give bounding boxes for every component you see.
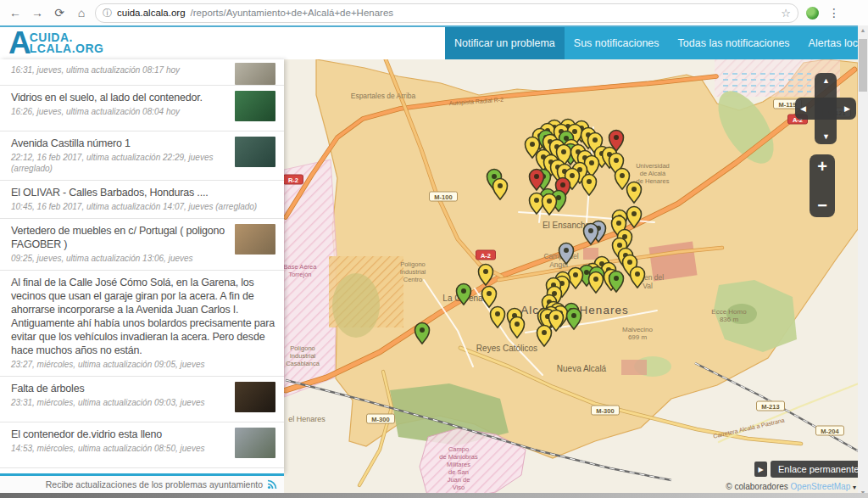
reload-icon[interactable]: ⟳	[51, 4, 68, 21]
scroll-up-icon[interactable]: ▲	[858, 25, 868, 36]
report-item[interactable]: Vertedero de muebles en c/ Portugal ( po…	[0, 219, 284, 271]
map-label: Val	[643, 282, 653, 290]
map-label: de Maniobras	[439, 453, 478, 461]
browser-menu-icon[interactable]: ⋮	[826, 4, 843, 21]
road-shield: R-2	[284, 175, 303, 184]
reports-sidebar: 16:31, jueves, ultima actualización 08:1…	[0, 59, 284, 473]
pan-down-icon[interactable]: ▼	[822, 132, 830, 141]
map-label: Juan de	[448, 476, 470, 484]
map-label: 699 m	[628, 333, 648, 341]
svg-text:R-2: R-2	[288, 176, 298, 184]
scrollbar-thumb[interactable]	[859, 39, 867, 92]
report-item[interactable]: Avenida Castilla número 122:12, 16 feb 2…	[0, 131, 284, 181]
pan-right-icon[interactable]: ▶	[844, 104, 850, 113]
map-label: Nueva Alcalá	[557, 364, 607, 373]
map-label: Polígono	[290, 344, 315, 352]
road-shield: M-204	[816, 426, 844, 435]
svg-text:M-300: M-300	[371, 416, 389, 423]
report-item[interactable]: Al final de la Calle José Cómo Solá, en …	[0, 271, 284, 377]
back-icon[interactable]: ←	[7, 4, 24, 21]
logo-line2: LCALA.ORG	[30, 43, 104, 54]
report-thumbnail	[235, 224, 275, 255]
openstreetmap-link[interactable]: OpenStreetMap	[791, 482, 851, 491]
map-label: de Henares	[637, 177, 670, 185]
logo-letter: A	[8, 29, 31, 58]
map-label: Carretera Alcalá a Pastrana	[713, 417, 785, 439]
forward-icon[interactable]: →	[29, 4, 46, 21]
map-label: Centro	[403, 276, 423, 283]
address-bar[interactable]: ⓘ cuida.alcala.org/reports/Ayuntamiento+…	[95, 3, 798, 23]
report-thumbnail	[235, 428, 275, 458]
site-logo[interactable]: A CUIDA. LCALA.ORG	[8, 28, 103, 59]
map-label: Torrejón	[288, 271, 311, 278]
pan-left-icon[interactable]: ◀	[800, 104, 806, 113]
map-pan-control: ▲ ▼ ◀ ▶	[795, 73, 856, 144]
site-header: A CUIDA. LCALA.ORG Notificar un problema…	[0, 27, 858, 59]
url-path: /reports/Ayuntamiento+de+Alcalá+de+Henar…	[191, 8, 394, 18]
report-item[interactable]: Vidrios en el suelo, al lado del contene…	[0, 86, 284, 131]
report-thumbnail	[235, 137, 275, 167]
map-label: Base Aérea	[284, 263, 317, 271]
permalink-label: Enlace permanente	[778, 464, 859, 474]
map-label: Universidad	[636, 162, 670, 170]
map-label: El Ensanche	[542, 221, 591, 230]
window-bottom-edge	[0, 493, 868, 498]
main-nav: Notificar un problemaSus notificacionesT…	[445, 27, 858, 59]
sidebar-footer: Recibe actualizaciones de los problemas …	[0, 473, 284, 493]
nav-item-0[interactable]: Notificar un problema	[445, 27, 565, 59]
map-label: de Alcalá	[640, 170, 666, 177]
permalink-control: ▶ Enlace permanente	[754, 461, 868, 478]
map-label: Industrial	[400, 268, 426, 276]
map-label: Polígono	[400, 260, 426, 268]
rss-icon[interactable]	[267, 479, 277, 490]
extension-globe-icon[interactable]	[804, 4, 821, 21]
map-label: el Henares	[288, 415, 326, 423]
map-attribution: © colaboradores OpenStreetMap ▾	[593, 482, 856, 491]
page-scrollbar[interactable]: ▲ ▼	[858, 25, 868, 498]
report-item[interactable]: El OLIVAR - Calles Barbados, Honduras ..…	[0, 181, 284, 219]
map-label: Malvecino	[622, 326, 654, 333]
svg-text:M-204: M-204	[821, 428, 839, 435]
permalink-button[interactable]: Enlace permanente	[771, 461, 868, 478]
home-icon[interactable]: ⌂	[73, 4, 90, 21]
report-thumbnail	[235, 63, 275, 85]
map-label: Ecce Homo	[711, 308, 747, 316]
svg-text:M-119: M-119	[779, 101, 797, 109]
report-title: Al final de la Calle José Cómo Solá, en …	[11, 276, 275, 357]
zoom-in-button[interactable]: +	[817, 158, 827, 175]
map-zoom-control: + −	[810, 154, 835, 217]
zoom-out-button[interactable]: −	[817, 197, 827, 214]
nav-item-1[interactable]: Sus notificaciones	[565, 27, 669, 59]
map-label: Casablanca	[286, 360, 320, 367]
permalink-collapse-icon[interactable]: ▶	[754, 462, 767, 477]
report-item[interactable]: El contenedor de.vidrio esta lleno14:53,…	[0, 422, 284, 468]
attribution-text: © colaboradores	[726, 482, 788, 491]
page-info-icon[interactable]: ⓘ	[103, 7, 112, 20]
report-thumbnail	[235, 382, 275, 412]
map-label: Reyes Católicos	[476, 344, 537, 353]
url-host: cuida.alcala.org	[117, 8, 186, 18]
road-shield: M-100	[430, 192, 458, 201]
pan-up-icon[interactable]: ▲	[822, 76, 830, 85]
map-label: Militares	[447, 461, 470, 468]
report-item[interactable]: 16:31, jueves, ultima actualización 08:1…	[0, 59, 284, 86]
map-label: Viso	[453, 484, 465, 491]
browser-window: { "browser": { "url_host": "cuida.alcala…	[0, 0, 868, 498]
report-item[interactable]: Falta de árboles23:31, miércoles, ultima…	[0, 377, 284, 422]
map-canvas[interactable]: R-2A-2A-2M-100M-119M-121M-300M-300M-213M…	[284, 59, 858, 498]
map-label: Campo	[448, 445, 469, 453]
browser-toolbar: ← → ⟳ ⌂ ⓘ cuida.alcala.org/reports/Ayunt…	[0, 0, 868, 25]
nav-item-2[interactable]: Todas las notificaciones	[669, 27, 799, 59]
map-label: 836 m	[720, 316, 739, 323]
attribution-caret-icon: ▾	[853, 484, 856, 491]
road-shield: M-300	[592, 406, 620, 415]
bookmark-star-icon[interactable]: ☆	[781, 7, 791, 20]
road-shield: M-213	[757, 401, 785, 411]
road-shield: M-300	[367, 414, 395, 423]
report-meta: 23:27, miércoles, ultima actualización 0…	[11, 359, 275, 370]
map-label: de San	[448, 468, 469, 476]
svg-text:M-213: M-213	[761, 403, 779, 411]
svg-text:M-100: M-100	[434, 193, 452, 201]
svg-text:M-300: M-300	[596, 407, 614, 415]
rss-subscribe-link[interactable]: Recibe actualizaciones de los problemas …	[46, 479, 263, 490]
